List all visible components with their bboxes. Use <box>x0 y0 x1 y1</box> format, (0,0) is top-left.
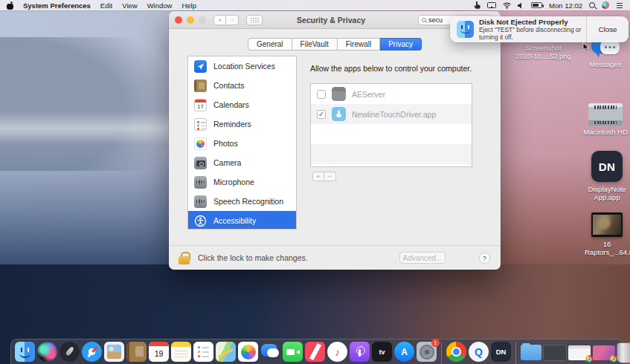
accessibility-icon <box>194 215 207 227</box>
help-button[interactable]: ? <box>479 253 490 264</box>
add-app-button[interactable]: + <box>312 172 324 181</box>
microphone-icon <box>194 176 207 189</box>
dock-trash-icon[interactable] <box>617 343 630 363</box>
dock-tv-icon[interactable]: tv <box>372 342 392 362</box>
menu-help[interactable]: Help <box>181 1 196 10</box>
show-all-button[interactable] <box>246 15 263 25</box>
dock-divider <box>441 342 442 364</box>
app-row-empty <box>311 144 472 164</box>
tab-firewall[interactable]: Firewall <box>338 38 380 51</box>
dock-safari-icon[interactable] <box>82 342 102 362</box>
screen-mirroring-icon[interactable] <box>487 2 496 8</box>
volume-icon[interactable] <box>518 2 524 9</box>
search-icon <box>422 18 426 22</box>
forward-button[interactable]: › <box>226 15 239 25</box>
dock-podcasts-icon[interactable] <box>350 342 370 362</box>
dock-app-store-icon[interactable]: A <box>394 342 414 362</box>
wallpaper-mountain <box>0 37 186 171</box>
sidebar-item-speech-recognition[interactable]: Speech Recognition <box>188 192 296 211</box>
notification-body: Eject “TEST” before disconnecting or tur… <box>479 27 586 42</box>
sidebar-item-microphone[interactable]: Microphone <box>188 172 296 192</box>
back-button[interactable]: ‹ <box>213 15 226 25</box>
menu-bar: System Preferences Edit View Window Help… <box>0 0 630 10</box>
siri-icon[interactable] <box>602 1 609 9</box>
dock-contacts-icon[interactable] <box>126 342 147 362</box>
displaynote-app-icon: DN <box>591 151 623 182</box>
video-thumbnail-icon <box>591 212 623 237</box>
calendar-date-label: 19 <box>149 345 169 362</box>
dock-photos-icon[interactable] <box>238 342 258 362</box>
add-remove-controls: + − <box>312 172 336 181</box>
sidebar-item-location-services[interactable]: Location Services <box>188 56 296 76</box>
notification-disk-not-ejected[interactable]: Disk Not Ejected Properly Eject “TEST” b… <box>450 16 629 42</box>
app-row-aeserver[interactable]: AEServer <box>311 84 472 104</box>
desktop-icon-video[interactable]: 16 Raptors_...64.mp <box>585 212 629 256</box>
dock-system-preferences-icon[interactable]: 1 <box>417 342 437 362</box>
desktop-icon-displaynote[interactable]: DN DisplayNote App.app <box>585 151 629 201</box>
menu-view[interactable]: View <box>122 1 137 10</box>
dock-minimized-window-icon[interactable] <box>568 345 591 360</box>
notification-close-button[interactable]: Close <box>587 16 629 42</box>
dock-quicktime-icon[interactable]: Q <box>469 342 489 362</box>
sidebar-item-photos[interactable]: Photos <box>188 134 296 153</box>
sidebar-item-reminders[interactable]: Reminders <box>188 114 296 134</box>
battery-icon[interactable] <box>531 2 542 8</box>
dock-preview-icon[interactable] <box>104 342 124 362</box>
dock-facetime-icon[interactable] <box>283 342 303 362</box>
dock-reminders-icon[interactable] <box>193 342 213 362</box>
dock-messages-icon[interactable] <box>260 342 280 362</box>
app-row-newlinetouchdriver[interactable]: ✓ NewlineTouchDriver.app <box>311 104 472 124</box>
dock-notes-icon[interactable] <box>171 342 191 362</box>
app-store-glyph: A <box>394 342 414 362</box>
spotlight-icon[interactable] <box>589 2 595 8</box>
finder-icon <box>457 21 474 38</box>
remove-app-button[interactable]: − <box>324 172 336 181</box>
dock-chrome-icon[interactable] <box>446 342 466 362</box>
advanced-button[interactable]: Advanced... <box>399 252 446 264</box>
window-footer: Click the lock to make changes. Advanced… <box>169 245 501 270</box>
dock: 19 ♪ tv A 1 Q DN <box>10 339 624 364</box>
menu-app-name[interactable]: System Preferences <box>23 1 91 10</box>
newlinetouchdriver-checkbox[interactable]: ✓ <box>317 110 326 119</box>
desktop-icon-screenshot[interactable]: Screenshot 2020-10....52.png <box>508 44 579 60</box>
dock-music-icon[interactable]: ♪ <box>327 342 347 362</box>
wallpaper-sea <box>0 137 173 271</box>
dock-calendar-icon[interactable]: 19 <box>149 342 169 362</box>
hand-icon[interactable] <box>474 1 480 9</box>
dock-maps-icon[interactable] <box>216 342 236 362</box>
sidebar-item-calendars[interactable]: 17 Calendars <box>188 95 296 114</box>
chrome-badge-icon <box>610 355 617 363</box>
tab-filevault[interactable]: FileVault <box>292 38 338 51</box>
dock-siri-icon[interactable] <box>37 342 57 362</box>
close-button[interactable] <box>175 16 182 24</box>
dock-minimized-window-icon[interactable] <box>544 345 566 360</box>
contacts-icon <box>194 79 207 92</box>
tab-privacy[interactable]: Privacy <box>380 38 422 51</box>
dock-launchpad-icon[interactable] <box>60 342 80 362</box>
sidebar-item-camera[interactable]: Camera <box>188 153 296 172</box>
dock-minimized-window-icon[interactable] <box>593 345 615 360</box>
quicktime-glyph: Q <box>469 342 489 362</box>
menu-window[interactable]: Window <box>147 1 173 10</box>
dock-downloads-folder-icon[interactable] <box>521 345 541 360</box>
aeserver-checkbox[interactable] <box>317 90 326 99</box>
minimize-button[interactable] <box>187 16 194 24</box>
dock-news-icon[interactable] <box>305 342 325 362</box>
macintosh-hd-label: Macintosh HD <box>580 128 630 136</box>
dock-finder-icon[interactable] <box>15 342 35 362</box>
apple-menu-icon[interactable] <box>7 1 13 10</box>
notification-center-icon[interactable] <box>616 2 623 9</box>
tv-glyph: tv <box>372 342 392 362</box>
messages-label: Messages <box>588 60 623 68</box>
screenshot-label-line1: Screenshot <box>508 44 579 52</box>
menu-clock[interactable]: Mon 12:02 <box>549 1 582 10</box>
dock-displaynote-icon[interactable]: DN <box>491 342 511 362</box>
menu-edit[interactable]: Edit <box>100 1 112 10</box>
tab-general[interactable]: General <box>248 38 292 51</box>
sidebar-item-contacts[interactable]: Contacts <box>188 76 296 95</box>
allowed-apps-list: AEServer ✓ NewlineTouchDriver.app <box>310 83 472 167</box>
desktop-icon-macintosh-hd[interactable]: Macintosh HD <box>580 103 630 136</box>
wifi-icon[interactable] <box>503 2 511 9</box>
sidebar-item-accessibility[interactable]: Accessibility <box>188 211 296 230</box>
lock-icon[interactable] <box>179 252 190 264</box>
